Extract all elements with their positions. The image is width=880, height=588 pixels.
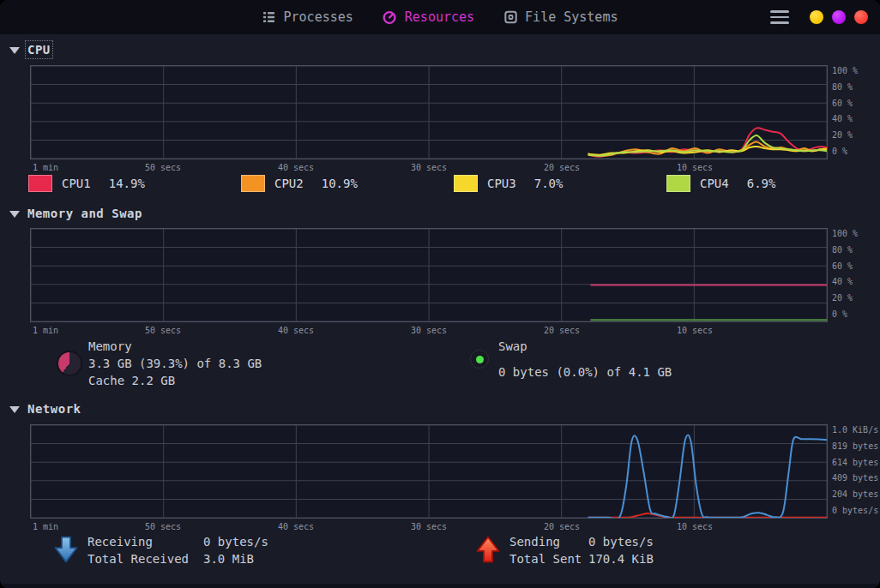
minimize-button[interactable]: [810, 10, 823, 24]
tab-label: Processes: [284, 9, 353, 25]
swap-usage: 0 bytes (0.0%) of 4.1 GB: [498, 363, 672, 381]
tab-resources[interactable]: Resources: [383, 9, 474, 25]
cpu2-value: 10.9%: [322, 177, 358, 190]
processes-list-icon: [262, 10, 276, 24]
y-axis-label: 40 %: [832, 114, 853, 123]
network-section-header[interactable]: Network: [9, 402, 81, 416]
x-axis-label: 30 secs: [411, 326, 447, 335]
cpu-legend: CPU1 14.9% CPU2 10.9% CPU3 7.0% CPU4 6.9…: [28, 175, 879, 192]
view-tabs: Processes Resources File: [262, 9, 618, 25]
y-axis-label: 80 %: [832, 245, 853, 255]
y-axis-label: 0 %: [832, 147, 847, 156]
upload-arrow-icon: [475, 535, 501, 567]
total-received-value: 3.0 MiB: [203, 550, 268, 567]
cpu2-legend-item: CPU2 10.9%: [241, 175, 454, 192]
x-axis-label: 40 secs: [278, 326, 314, 335]
x-axis-label: 50 secs: [145, 522, 181, 531]
cpu-section-header[interactable]: CPU: [9, 43, 51, 57]
y-axis-label: 1.0 KiB/s: [832, 425, 878, 435]
cpu1-value: 14.9%: [109, 177, 145, 190]
y-axis-label: 204 bytes: [832, 489, 878, 499]
sending-rate: 0 bytes/s: [588, 533, 654, 550]
total-received-label: Total Received: [87, 550, 203, 567]
x-axis-label: 40 secs: [278, 522, 314, 531]
memory-section: Memory and Swap 1 min50 secs40 secs30 se…: [0, 203, 880, 396]
memory-legend-item: Memory 3.3 GB (39.3%) of 8.3 GB Cache 2.…: [58, 338, 262, 389]
memory-section-header[interactable]: Memory and Swap: [9, 207, 142, 220]
cpu-section: CPU 1 min50 secs40 secs30 secs20 secs10 …: [0, 34, 880, 203]
memory-chart-x-axis: 1 min50 secs40 secs30 secs20 secs10 secs: [30, 326, 828, 337]
x-axis-label: 1 min: [33, 522, 58, 531]
y-axis-label: 819 bytes: [832, 441, 878, 451]
receiving-legend-item: Receiving 0 bytes/s Total Received 3.0 M…: [53, 533, 268, 567]
x-axis-label: 10 secs: [677, 163, 713, 172]
resources-gauge-icon: [383, 10, 397, 25]
download-arrow-icon: [53, 535, 79, 567]
y-axis-label: 0 bytes/s: [832, 506, 878, 515]
memory-usage: 3.3 GB (39.3%) of 8.3 GB: [88, 355, 262, 372]
swap-label: Swap: [498, 338, 672, 355]
swap-legend-item: Swap 0 bytes (0.0%) of 4.1 GB: [470, 338, 672, 381]
total-sent-value: 170.4 KiB: [588, 550, 654, 567]
cpu-chart-y-axis: 100 %80 %60 %40 %20 %0 %: [832, 66, 880, 162]
cpu-section-title: CPU: [27, 43, 51, 57]
y-axis-label: 80 %: [832, 82, 853, 92]
cpu4-legend-item: CPU4 6.9%: [666, 175, 879, 192]
receiving-label: Receiving: [87, 533, 203, 550]
total-sent-label: Total Sent: [509, 550, 588, 567]
network-section-title: Network: [27, 402, 81, 416]
sending-label: Sending: [509, 533, 588, 550]
memory-label: Memory: [88, 338, 262, 355]
network-chart-x-axis: 1 min50 secs40 secs30 secs20 secs10 secs: [30, 522, 828, 533]
receiving-rate: 0 bytes/s: [203, 533, 268, 550]
network-chart-y-axis: 1.0 KiB/s819 bytes614 bytes409 bytes204 …: [832, 425, 880, 521]
x-axis-label: 10 secs: [677, 522, 713, 531]
menu-hamburger-icon[interactable]: [770, 7, 791, 27]
cpu-chart-x-axis: 1 min50 secs40 secs30 secs20 secs10 secs: [30, 163, 828, 174]
y-axis-label: 40 %: [832, 277, 853, 286]
cpu3-legend-item: CPU3 7.0%: [454, 175, 666, 192]
cpu2-label: CPU2: [274, 177, 304, 190]
memory-chart: [30, 228, 828, 322]
x-axis-label: 50 secs: [145, 163, 181, 172]
close-button[interactable]: [854, 10, 868, 24]
y-axis-label: 100 %: [832, 229, 858, 238]
network-chart: [30, 424, 828, 519]
sending-legend-item: Sending 0 bytes/s Total Sent 170.4 KiB: [475, 533, 654, 567]
x-axis-label: 30 secs: [411, 163, 447, 172]
cpu-chart: [30, 65, 828, 159]
swap-pie-icon: [470, 350, 489, 369]
memory-chart-y-axis: 100 %80 %60 %40 %20 %0 %: [832, 229, 880, 325]
tab-file-systems[interactable]: File Systems: [503, 9, 618, 25]
network-section: Network 1 min50 secs40 secs30 secs20 sec…: [0, 396, 880, 588]
x-axis-label: 20 secs: [544, 326, 580, 335]
chevron-down-icon[interactable]: [9, 47, 20, 54]
window-controls: [770, 7, 868, 27]
y-axis-label: 614 bytes: [832, 458, 878, 467]
x-axis-label: 20 secs: [544, 163, 580, 172]
y-axis-label: 60 %: [832, 99, 853, 108]
titlebar: Processes Resources File: [0, 0, 880, 34]
maximize-button[interactable]: [832, 10, 846, 24]
tab-label: Resources: [405, 9, 474, 25]
cpu1-legend-item: CPU1 14.9%: [28, 175, 241, 192]
y-axis-label: 0 %: [832, 309, 847, 319]
x-axis-label: 20 secs: [544, 522, 580, 531]
cpu3-label: CPU3: [487, 177, 516, 190]
x-axis-label: 1 min: [33, 326, 58, 335]
x-axis-label: 40 secs: [278, 163, 314, 172]
y-axis-label: 20 %: [832, 130, 853, 140]
chevron-down-icon[interactable]: [9, 211, 20, 218]
cpu4-label: CPU4: [700, 177, 729, 190]
memory-cache: Cache 2.2 GB: [88, 372, 262, 389]
cpu2-color-swatch: [241, 175, 265, 192]
x-axis-label: 30 secs: [411, 522, 447, 531]
tab-processes[interactable]: Processes: [262, 9, 353, 25]
y-axis-label: 409 bytes: [832, 473, 878, 483]
cpu4-color-swatch: [666, 175, 690, 192]
file-systems-disk-icon: [503, 10, 517, 24]
cpu1-label: CPU1: [62, 177, 91, 190]
cpu3-color-swatch: [454, 175, 478, 192]
y-axis-label: 100 %: [832, 66, 858, 75]
chevron-down-icon[interactable]: [9, 406, 20, 413]
